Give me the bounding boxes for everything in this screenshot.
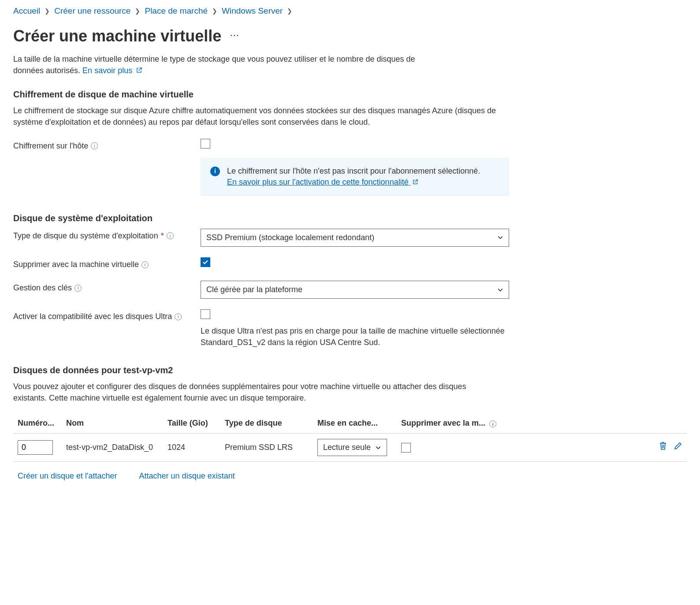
chevron-right-icon: ❯: [135, 7, 140, 16]
more-actions-button[interactable]: ···: [230, 30, 239, 41]
info-badge-icon: i: [210, 167, 220, 176]
datadisks-title: Disques de données pour test-vp-vm2: [13, 364, 687, 376]
host-encryption-label-text: Chiffrement sur l'hôte: [13, 141, 88, 152]
breadcrumb-home[interactable]: Accueil: [13, 5, 40, 17]
ultra-disk-label: Activer la compatibilité avec les disque…: [13, 309, 201, 322]
col-type: Type de disque: [220, 414, 313, 434]
breadcrumb: Accueil ❯ Créer une ressource ❯ Place de…: [13, 5, 687, 17]
osdisk-type-label-text: Type de disque du système d'exploitation: [13, 230, 158, 241]
osdisk-type-label: Type de disque du système d'exploitation…: [13, 229, 201, 241]
datadisks-desc: Vous pouvez ajouter et configurer des di…: [13, 381, 498, 404]
breadcrumb-windows-server[interactable]: Windows Server: [222, 5, 283, 17]
ultra-disk-helptext: Le disque Ultra n'est pas pris en charge…: [201, 325, 509, 348]
ultra-disk-checkbox[interactable]: [201, 309, 210, 319]
cell-disk-name: test-vp-vm2_DataDisk_0: [62, 434, 163, 462]
intro-body: La taille de la machine virtuelle déterm…: [13, 55, 415, 75]
callout-link-label: En savoir plus sur l'activation de cette…: [227, 178, 409, 186]
cache-select[interactable]: Lecture seule: [317, 439, 387, 456]
info-icon[interactable]: i: [141, 261, 149, 268]
encryption-callout: i Le chiffrement sur l'hôte n'est pas in…: [201, 158, 509, 196]
ultra-disk-label-text: Activer la compatibilité avec les disque…: [13, 311, 172, 322]
osdisk-title: Disque de système d'exploitation: [13, 212, 687, 224]
delete-with-vm-label-text: Supprimer avec la machine virtuelle: [13, 259, 139, 270]
page-title: Créer une machine virtuelle ···: [13, 25, 687, 47]
lun-input[interactable]: [18, 440, 53, 455]
info-icon[interactable]: i: [91, 142, 98, 149]
row-delete-checkbox[interactable]: [401, 443, 411, 453]
info-icon[interactable]: i: [489, 420, 496, 427]
info-icon[interactable]: i: [167, 232, 174, 239]
page-title-text: Créer une machine virtuelle: [13, 25, 221, 47]
edit-row-button[interactable]: [674, 441, 682, 454]
required-indicator: *: [161, 230, 164, 241]
callout-text: Le chiffrement sur l'hôte n'est pas insc…: [227, 166, 480, 177]
learn-more-label: En savoir plus: [82, 66, 132, 75]
host-encryption-checkbox[interactable]: [201, 139, 210, 148]
cell-disk-type: Premium SSD LRS: [220, 434, 313, 462]
cell-disk-size: 1024: [163, 434, 220, 462]
chevron-down-icon: [375, 445, 381, 451]
info-icon[interactable]: i: [175, 313, 182, 320]
table-row: test-vp-vm2_DataDisk_0 1024 Premium SSD …: [13, 434, 687, 462]
chevron-right-icon: ❯: [212, 7, 217, 16]
key-management-select[interactable]: Clé gérée par la plateforme: [201, 281, 509, 299]
callout-link[interactable]: En savoir plus sur l'activation de cette…: [227, 178, 418, 186]
breadcrumb-marketplace[interactable]: Place de marché: [145, 5, 208, 17]
col-cache: Mise en cache...: [313, 414, 397, 434]
chevron-down-icon: [497, 234, 503, 241]
attach-existing-disk-link[interactable]: Attacher un disque existant: [139, 471, 235, 482]
datadisks-table: Numéro... Nom Taille (Gio) Type de disqu…: [13, 414, 687, 462]
encryption-desc: Le chiffrement de stockage sur disque Az…: [13, 105, 498, 128]
delete-with-vm-label: Supprimer avec la machine virtuelle i: [13, 257, 201, 270]
col-delete-label: Supprimer avec la m...: [401, 419, 485, 427]
chevron-right-icon: ❯: [45, 7, 50, 16]
osdisk-type-select[interactable]: SSD Premium (stockage localement redonda…: [201, 229, 509, 247]
intro-text: La taille de la machine virtuelle déterm…: [13, 53, 443, 77]
delete-row-button[interactable]: [659, 441, 667, 454]
chevron-right-icon: ❯: [287, 7, 292, 16]
key-management-label: Gestion des clés i: [13, 281, 201, 293]
table-header-row: Numéro... Nom Taille (Gio) Type de disqu…: [13, 414, 687, 434]
info-icon[interactable]: i: [74, 285, 82, 292]
osdisk-type-value: SSD Premium (stockage localement redonda…: [206, 232, 374, 243]
col-size: Taille (Gio): [163, 414, 220, 434]
chevron-down-icon: [497, 287, 503, 293]
datadisks-section: Disques de données pour test-vp-vm2 Vous…: [13, 364, 687, 482]
col-lun: Numéro...: [13, 414, 62, 434]
col-delete: Supprimer avec la m... i: [397, 414, 687, 434]
breadcrumb-create-resource[interactable]: Créer une ressource: [54, 5, 130, 17]
delete-with-vm-checkbox[interactable]: [201, 257, 210, 267]
host-encryption-label: Chiffrement sur l'hôte i: [13, 139, 201, 152]
create-attach-disk-link[interactable]: Créer un disque et l'attacher: [18, 471, 117, 482]
encryption-section: Chiffrement de disque de machine virtuel…: [13, 88, 687, 196]
external-link-icon: [412, 177, 418, 188]
cache-value: Lecture seule: [323, 442, 371, 453]
key-management-label-text: Gestion des clés: [13, 282, 72, 293]
external-link-icon: [136, 65, 142, 77]
encryption-title: Chiffrement de disque de machine virtuel…: [13, 88, 687, 100]
osdisk-section: Disque de système d'exploitation Type de…: [13, 212, 687, 348]
col-name: Nom: [62, 414, 163, 434]
learn-more-link[interactable]: En savoir plus: [82, 66, 142, 75]
key-management-value: Clé gérée par la plateforme: [206, 284, 302, 295]
